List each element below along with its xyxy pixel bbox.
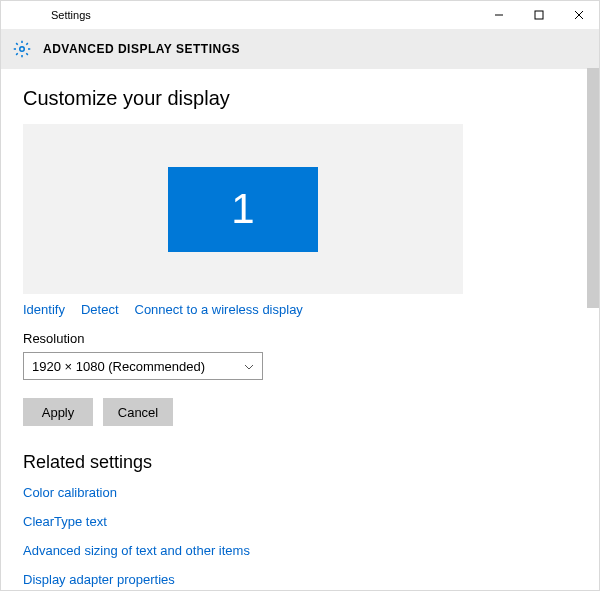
display-arrangement-area[interactable]: 1: [23, 124, 463, 294]
content-area: Customize your display 1 Identify Detect…: [1, 69, 599, 590]
resolution-label: Resolution: [23, 331, 577, 346]
related-link-display-adapter[interactable]: Display adapter properties: [23, 572, 577, 587]
minimize-button[interactable]: [479, 1, 519, 29]
window-title: Settings: [51, 9, 91, 21]
connect-wireless-link[interactable]: Connect to a wireless display: [135, 302, 303, 317]
header-bar: ADVANCED DISPLAY SETTINGS: [1, 29, 599, 69]
related-link-cleartype[interactable]: ClearType text: [23, 514, 577, 529]
apply-button[interactable]: Apply: [23, 398, 93, 426]
page-breadcrumb: ADVANCED DISPLAY SETTINGS: [43, 42, 240, 56]
chevron-down-icon: [244, 361, 254, 372]
close-button[interactable]: [559, 1, 599, 29]
action-buttons: Apply Cancel: [23, 398, 577, 426]
related-settings-heading: Related settings: [23, 452, 577, 473]
cancel-button[interactable]: Cancel: [103, 398, 173, 426]
identify-link[interactable]: Identify: [23, 302, 65, 317]
page-title: Customize your display: [23, 87, 577, 110]
svg-point-4: [20, 47, 25, 52]
detect-link[interactable]: Detect: [81, 302, 119, 317]
maximize-button[interactable]: [519, 1, 559, 29]
monitor-1[interactable]: 1: [168, 167, 318, 252]
related-link-color-calibration[interactable]: Color calibration: [23, 485, 577, 500]
gear-icon: [13, 40, 31, 58]
resolution-select[interactable]: 1920 × 1080 (Recommended): [23, 352, 263, 380]
titlebar: Settings: [1, 1, 599, 29]
resolution-selected-value: 1920 × 1080 (Recommended): [32, 359, 205, 374]
monitor-number: 1: [231, 185, 254, 233]
related-link-advanced-sizing[interactable]: Advanced sizing of text and other items: [23, 543, 577, 558]
minimize-icon: [494, 10, 504, 20]
window-controls: [479, 1, 599, 29]
display-action-links: Identify Detect Connect to a wireless di…: [23, 302, 577, 317]
maximize-icon: [534, 10, 544, 20]
svg-rect-1: [535, 11, 543, 19]
close-icon: [574, 10, 584, 20]
